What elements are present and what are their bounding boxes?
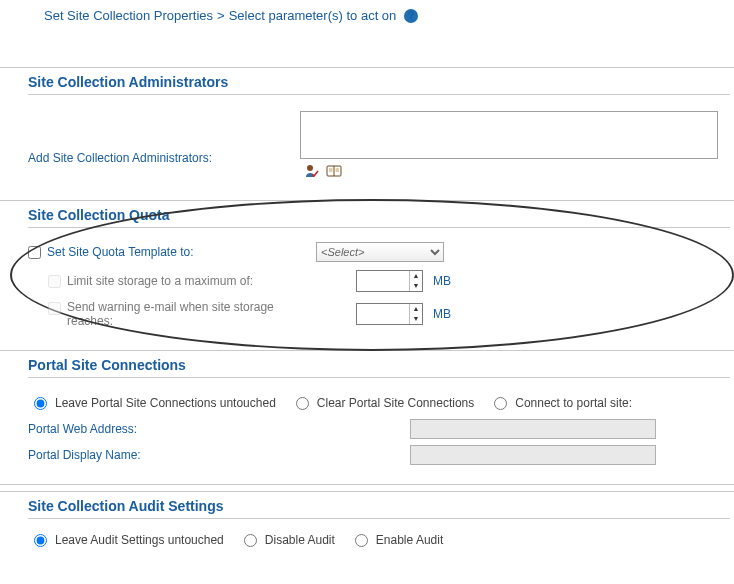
svg-point-0 [307,165,313,171]
audit-leave-radio[interactable] [34,534,47,547]
set-quota-template-label: Set Site Quota Template to: [47,245,194,259]
spin-down-icon[interactable]: ▼ [410,314,422,324]
portal-web-input[interactable] [410,419,656,439]
audit-enable-radio[interactable] [355,534,368,547]
spin-up-icon[interactable]: ▲ [410,304,422,314]
limit-storage-label: Limit site storage to a maximum of: [67,274,253,288]
portal-clear-radio[interactable] [296,397,309,410]
portal-opt-leave[interactable]: Leave Portal Site Connections untouched [34,396,276,410]
help-icon[interactable]: ? [404,9,418,23]
portal-leave-label: Leave Portal Site Connections untouched [55,396,276,410]
portal-connect-radio[interactable] [494,397,507,410]
breadcrumb-sep: > [217,8,225,23]
breadcrumb-item-1[interactable]: Set Site Collection Properties [44,8,213,23]
portal-web-label: Portal Web Address: [28,422,410,436]
portal-opt-connect[interactable]: Connect to portal site: [494,396,632,410]
breadcrumb-item-2: Select parameter(s) to act on [229,8,397,23]
audit-disable-label: Disable Audit [265,533,335,547]
limit-storage-spinner[interactable]: ▲ ▼ [356,270,423,292]
audit-disable-radio[interactable] [244,534,257,547]
warning-spinner[interactable]: ▲ ▼ [356,303,423,325]
warning-email-checkbox[interactable] [48,302,61,315]
set-quota-template-checkbox[interactable] [28,246,41,259]
section-quota: Site Collection Quota Set Site Quota Tem… [28,201,734,350]
limit-storage-checkbox[interactable] [48,275,61,288]
breadcrumb: Set Site Collection Properties > Select … [0,4,734,23]
portal-connect-label: Connect to portal site: [515,396,632,410]
warning-input[interactable] [357,304,409,324]
portal-leave-radio[interactable] [34,397,47,410]
spin-up-icon[interactable]: ▲ [410,271,422,281]
check-names-icon[interactable] [304,163,320,182]
warning-email-label: Send warning e-mail when site storage re… [67,300,277,328]
warning-unit: MB [433,307,451,321]
audit-opt-leave[interactable]: Leave Audit Settings untouched [34,533,224,547]
section-audit: Site Collection Audit Settings Leave Aud… [28,492,734,553]
portal-radio-group: Leave Portal Site Connections untouched … [28,388,730,416]
audit-leave-label: Leave Audit Settings untouched [55,533,224,547]
audit-opt-disable[interactable]: Disable Audit [244,533,335,547]
section-admins: Site Collection Administrators Add Site … [28,68,734,200]
section-audit-title: Site Collection Audit Settings [28,492,730,519]
portal-name-input[interactable] [410,445,656,465]
browse-book-icon[interactable] [326,163,342,182]
audit-enable-label: Enable Audit [376,533,443,547]
limit-storage-unit: MB [433,274,451,288]
audit-radio-group: Leave Audit Settings untouched Disable A… [28,525,730,553]
portal-name-label: Portal Display Name: [28,448,410,462]
section-portal: Portal Site Connections Leave Portal Sit… [28,351,734,478]
portal-clear-label: Clear Portal Site Connections [317,396,474,410]
section-admins-title: Site Collection Administrators [28,68,730,95]
spin-down-icon[interactable]: ▼ [410,281,422,291]
admins-input[interactable] [300,111,718,159]
limit-storage-input[interactable] [357,271,409,291]
audit-opt-enable[interactable]: Enable Audit [355,533,443,547]
quota-template-select[interactable]: <Select> [316,242,444,262]
section-quota-title: Site Collection Quota [28,201,730,228]
section-portal-title: Portal Site Connections [28,351,730,378]
add-admins-label: Add Site Collection Administrators: [28,111,280,165]
portal-opt-clear[interactable]: Clear Portal Site Connections [296,396,474,410]
